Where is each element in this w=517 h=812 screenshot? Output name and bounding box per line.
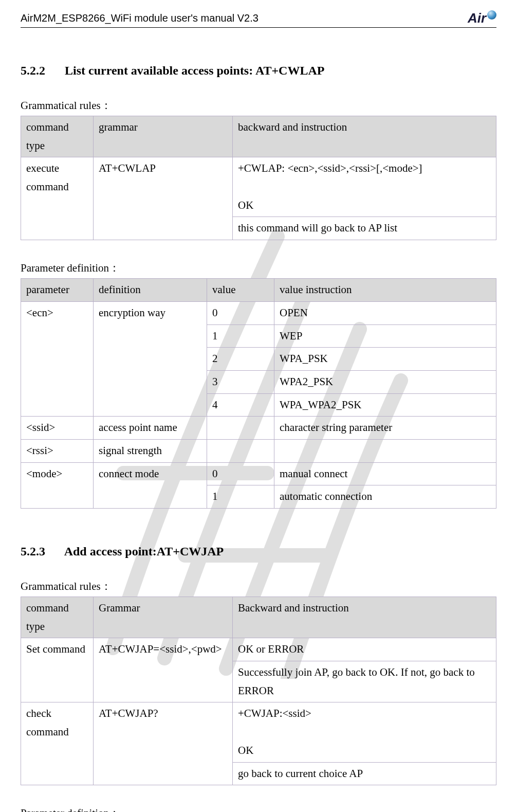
cell: WPA2_PSK [274,370,496,393]
cell: 3 [207,370,274,393]
cell: <ssid> [21,417,94,440]
table-header-row: command type Grammar Backward and instru… [21,597,496,638]
cell: access point name [94,417,207,440]
section-number: 5.2.3 [21,545,62,558]
cell: WPA_WPA2_PSK [274,393,496,417]
table-row: Set command AT+CWJAP=<ssid>,<pwd> OK or … [21,638,496,661]
cell: 2 [207,348,274,371]
cell: AT+CWLAP [94,157,233,240]
cell: 4 [207,393,274,417]
table-row: check command AT+CWJAP? +CWJAP:<ssid> OK [21,702,496,762]
cell: encryption way [94,301,207,416]
section-5-2-2-heading: 5.2.2 List current available access poin… [21,64,496,78]
cell: WPA_PSK [274,348,496,371]
cell [274,439,496,462]
logo-text: Air [468,10,486,26]
cell: 0 [207,462,274,485]
doc-title: AirM2M_ESP8266_WiFi module user's manual… [21,12,258,24]
table-header-row: command type grammar backward and instru… [21,116,496,157]
cell: +CWJAP:<ssid> OK [233,702,496,762]
grammar-label: Grammatical rules： [21,579,496,593]
cell: +CWLAP: <ecn>,<ssid>,<rssi>[,<mode>] OK [233,157,496,217]
cell: AT+CWJAP=<ssid>,<pwd> [94,638,233,702]
cell: AT+CWJAP? [94,702,233,785]
cell: connect mode [94,462,207,508]
section-title: Add access point:AT+CWJAP [64,545,224,558]
grammar-table-cwlap: command type grammar backward and instru… [21,116,496,240]
cell: 1 [207,324,274,348]
th-definition: definition [94,279,207,302]
page-header: AirM2M_ESP8266_WiFi module user's manual… [21,10,496,28]
cell: Set command [21,638,94,702]
section-5-2-3-heading: 5.2.3 Add access point:AT+CWJAP [21,545,496,558]
cell: signal strength [94,439,207,462]
th-value-instruction: value instruction [274,279,496,302]
section-title: List current available access points: AT… [65,64,324,77]
cell: WEP [274,324,496,348]
cell: manual connect [274,462,496,485]
th-command-type: command type [21,597,94,638]
th-grammar: Grammar [94,597,233,638]
th-backward: backward and instruction [233,116,496,157]
param-label: Parameter definition： [21,806,496,812]
cell [207,439,274,462]
th-command-type: command type [21,116,94,157]
table-row: <ssid> access point name character strin… [21,417,496,440]
cell: character string parameter [274,417,496,440]
cell: <mode> [21,462,94,508]
table-row: <mode> connect mode 0 manual connect [21,462,496,485]
cell: 0 [207,301,274,324]
cell: <rssi> [21,439,94,462]
cell: execute command [21,157,94,240]
brand-logo: Air [468,10,496,26]
cell: this command will go back to AP list [233,217,496,240]
cell: OK or ERROR [233,638,496,661]
table-row: <ecn> encryption way 0 OPEN [21,301,496,324]
globe-icon [487,10,496,20]
cell [207,417,274,440]
cell: automatic connection [274,485,496,509]
table-row: <rssi> signal strength [21,439,496,462]
cell: check command [21,702,94,785]
cell: go back to current choice AP [233,762,496,785]
section-number: 5.2.2 [21,64,62,78]
cell: Successfully join AP, go back to OK. If … [233,661,496,702]
param-label: Parameter definition： [21,261,496,275]
cell: 1 [207,485,274,509]
param-table-cwlap: parameter definition value value instruc… [21,278,496,509]
cell: <ecn> [21,301,94,416]
th-backward: Backward and instruction [233,597,496,638]
th-grammar: grammar [94,116,233,157]
th-parameter: parameter [21,279,94,302]
th-value: value [207,279,274,302]
table-header-row: parameter definition value value instruc… [21,279,496,302]
cell: OPEN [274,301,496,324]
grammar-table-cwjap: command type Grammar Backward and instru… [21,597,496,785]
table-row: execute command AT+CWLAP +CWLAP: <ecn>,<… [21,157,496,217]
grammar-label: Grammatical rules： [21,98,496,113]
